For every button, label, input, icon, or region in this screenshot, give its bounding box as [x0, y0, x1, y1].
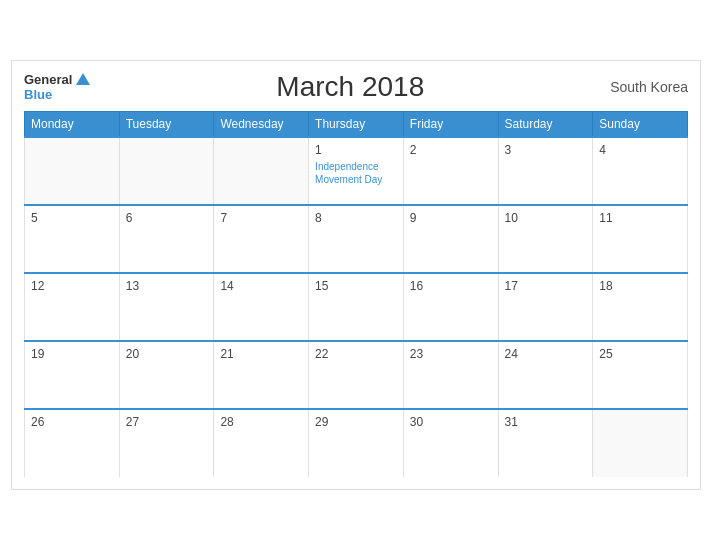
country-label: South Korea: [610, 79, 688, 95]
day-number: 6: [126, 211, 208, 225]
table-row: 14: [214, 273, 309, 341]
col-tuesday: Tuesday: [119, 112, 214, 138]
logo-general-text: General: [24, 72, 72, 87]
table-row: 7: [214, 205, 309, 273]
table-row: 28: [214, 409, 309, 477]
calendar-container: General Blue March 2018 South Korea Mond…: [11, 60, 701, 490]
table-row: 8: [309, 205, 404, 273]
col-saturday: Saturday: [498, 112, 593, 138]
calendar-table: Monday Tuesday Wednesday Thursday Friday…: [24, 111, 688, 477]
day-number: 23: [410, 347, 492, 361]
holiday-label: Independence Movement Day: [315, 160, 397, 186]
day-number: 26: [31, 415, 113, 429]
table-row: [593, 409, 688, 477]
calendar-header: General Blue March 2018 South Korea: [24, 71, 688, 103]
table-row: 27: [119, 409, 214, 477]
table-row: 3: [498, 137, 593, 205]
table-row: 24: [498, 341, 593, 409]
table-row: 26: [25, 409, 120, 477]
day-number: 28: [220, 415, 302, 429]
col-monday: Monday: [25, 112, 120, 138]
calendar-week-row: 262728293031: [25, 409, 688, 477]
table-row: 18: [593, 273, 688, 341]
table-row: 15: [309, 273, 404, 341]
table-row: [25, 137, 120, 205]
day-number: 4: [599, 143, 681, 157]
day-number: 25: [599, 347, 681, 361]
calendar-week-row: 12131415161718: [25, 273, 688, 341]
day-number: 16: [410, 279, 492, 293]
table-row: 21: [214, 341, 309, 409]
day-number: 17: [505, 279, 587, 293]
day-number: 20: [126, 347, 208, 361]
table-row: 30: [403, 409, 498, 477]
table-row: 13: [119, 273, 214, 341]
month-title: March 2018: [276, 71, 424, 103]
table-row: 12: [25, 273, 120, 341]
table-row: 10: [498, 205, 593, 273]
table-row: [119, 137, 214, 205]
table-row: 2: [403, 137, 498, 205]
day-number: 27: [126, 415, 208, 429]
col-sunday: Sunday: [593, 112, 688, 138]
table-row: 9: [403, 205, 498, 273]
table-row: 4: [593, 137, 688, 205]
day-number: 2: [410, 143, 492, 157]
table-row: 11: [593, 205, 688, 273]
table-row: 6: [119, 205, 214, 273]
day-number: 11: [599, 211, 681, 225]
table-row: 16: [403, 273, 498, 341]
day-number: 5: [31, 211, 113, 225]
day-number: 31: [505, 415, 587, 429]
day-number: 10: [505, 211, 587, 225]
table-row: 29: [309, 409, 404, 477]
day-number: 7: [220, 211, 302, 225]
calendar-week-row: 1Independence Movement Day234: [25, 137, 688, 205]
day-number: 3: [505, 143, 587, 157]
day-number: 8: [315, 211, 397, 225]
logo-blue-text: Blue: [24, 87, 52, 102]
table-row: 17: [498, 273, 593, 341]
table-row: 5: [25, 205, 120, 273]
table-row: 25: [593, 341, 688, 409]
table-row: 20: [119, 341, 214, 409]
day-number: 30: [410, 415, 492, 429]
calendar-week-row: 19202122232425: [25, 341, 688, 409]
table-row: 19: [25, 341, 120, 409]
day-number: 21: [220, 347, 302, 361]
table-row: 22: [309, 341, 404, 409]
table-row: 31: [498, 409, 593, 477]
col-thursday: Thursday: [309, 112, 404, 138]
day-number: 24: [505, 347, 587, 361]
col-friday: Friday: [403, 112, 498, 138]
day-number: 9: [410, 211, 492, 225]
calendar-week-row: 567891011: [25, 205, 688, 273]
table-row: 23: [403, 341, 498, 409]
logo-triangle-icon: [76, 73, 90, 85]
day-number: 22: [315, 347, 397, 361]
logo: General Blue: [24, 72, 90, 102]
day-number: 14: [220, 279, 302, 293]
day-number: 12: [31, 279, 113, 293]
table-row: [214, 137, 309, 205]
day-number: 1: [315, 143, 397, 157]
calendar-header-row: Monday Tuesday Wednesday Thursday Friday…: [25, 112, 688, 138]
day-number: 15: [315, 279, 397, 293]
col-wednesday: Wednesday: [214, 112, 309, 138]
day-number: 19: [31, 347, 113, 361]
day-number: 29: [315, 415, 397, 429]
day-number: 13: [126, 279, 208, 293]
day-number: 18: [599, 279, 681, 293]
table-row: 1Independence Movement Day: [309, 137, 404, 205]
